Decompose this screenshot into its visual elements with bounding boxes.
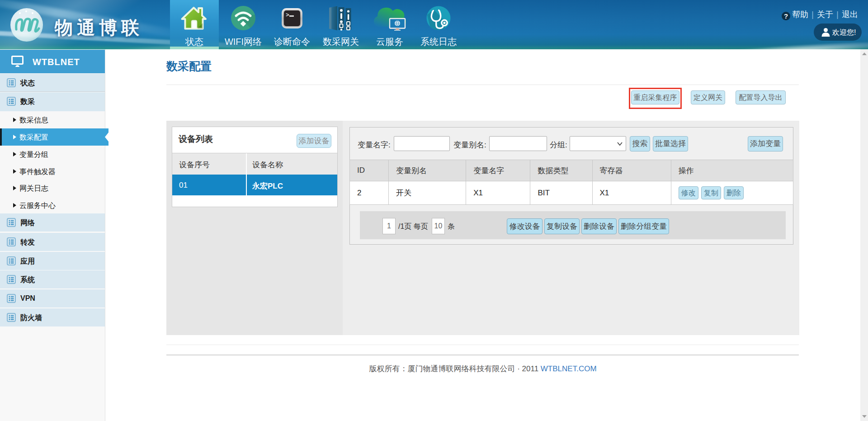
svg-text:>: >: [286, 12, 289, 19]
